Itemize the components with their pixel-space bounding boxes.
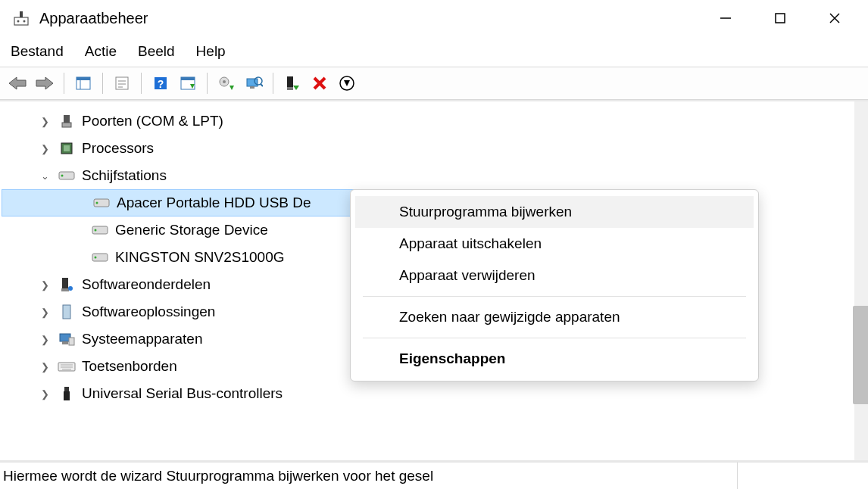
disable-device-button[interactable] bbox=[336, 72, 358, 95]
window-title: Apparaatbeheer bbox=[39, 10, 698, 27]
svg-point-43 bbox=[96, 202, 98, 204]
svg-point-47 bbox=[95, 257, 97, 259]
toolbar-separator bbox=[64, 73, 64, 94]
tree-node-apacer[interactable]: Apacer Portable HDD USB De bbox=[2, 189, 388, 216]
status-text: Hiermee wordt de wizard Stuurprogramma b… bbox=[3, 463, 738, 489]
close-button[interactable] bbox=[807, 0, 862, 36]
tree-label: Systeemapparaten bbox=[82, 331, 203, 347]
chevron-right-icon[interactable]: ❯ bbox=[38, 361, 52, 372]
vertical-scrollbar[interactable] bbox=[854, 101, 868, 460]
svg-text:?: ? bbox=[158, 78, 164, 90]
svg-rect-26 bbox=[250, 86, 254, 89]
toolbar-separator bbox=[102, 73, 103, 94]
disk-icon bbox=[92, 194, 111, 212]
svg-line-28 bbox=[261, 84, 263, 86]
svg-rect-0 bbox=[14, 17, 28, 25]
update-driver-button[interactable] bbox=[215, 72, 238, 95]
toolbar-separator bbox=[207, 73, 208, 94]
chevron-right-icon[interactable]: ❯ bbox=[38, 307, 52, 318]
svg-rect-13 bbox=[116, 77, 128, 89]
menu-file[interactable]: Bestand bbox=[11, 43, 64, 60]
tree-label: Apacer Portable HDD USB De bbox=[117, 195, 311, 211]
ctx-update-driver[interactable]: Stuurprogramma bijwerken bbox=[355, 196, 754, 228]
context-menu-separator bbox=[363, 338, 746, 338]
svg-rect-37 bbox=[62, 123, 71, 127]
uninstall-device-button[interactable] bbox=[308, 72, 331, 95]
processor-icon bbox=[58, 139, 76, 157]
tree-label: KINGSTON SNV2S1000G bbox=[115, 249, 285, 266]
back-button[interactable] bbox=[6, 72, 29, 95]
chevron-down-icon[interactable]: ⌄ bbox=[38, 170, 52, 182]
tree-label: Softwareoplossingen bbox=[82, 304, 215, 320]
svg-rect-49 bbox=[61, 288, 69, 291]
disk-icon bbox=[91, 221, 109, 239]
svg-point-2 bbox=[23, 20, 26, 23]
tree-label: Generic Storage Device bbox=[115, 222, 268, 238]
tree-label: Toetsenborden bbox=[82, 358, 177, 375]
chevron-right-icon[interactable]: ❯ bbox=[38, 334, 52, 345]
menu-view[interactable]: Beeld bbox=[138, 43, 175, 60]
port-icon bbox=[58, 112, 76, 130]
toolbar-separator bbox=[141, 73, 142, 94]
chevron-right-icon[interactable]: ❯ bbox=[38, 116, 52, 127]
menu-action[interactable]: Actie bbox=[85, 43, 117, 60]
tree-label: Processors bbox=[82, 140, 154, 157]
tree-node-disk-drives[interactable]: ⌄ Schijfstations bbox=[0, 162, 854, 189]
content-area: ❯ Poorten (COM & LPT) ❯ Processors ⌄ Sch… bbox=[0, 100, 868, 462]
tree-label: Universal Serial Bus-controllers bbox=[82, 385, 283, 402]
toolbar-separator bbox=[273, 73, 273, 94]
context-menu: Stuurprogramma bijwerken Apparaat uitsch… bbox=[350, 189, 759, 382]
chevron-right-icon[interactable]: ❯ bbox=[38, 143, 52, 154]
svg-rect-5 bbox=[776, 14, 785, 23]
svg-rect-39 bbox=[64, 145, 70, 151]
scrollbar-thumb[interactable] bbox=[853, 306, 868, 404]
svg-rect-48 bbox=[62, 278, 68, 288]
tree-node-ports[interactable]: ❯ Poorten (COM & LPT) bbox=[0, 107, 854, 135]
svg-rect-25 bbox=[247, 79, 258, 86]
software-solution-icon bbox=[58, 303, 76, 321]
statusbar: Hiermee wordt de wizard Stuurprogramma b… bbox=[0, 462, 868, 489]
svg-rect-3 bbox=[20, 11, 23, 17]
minimize-button[interactable] bbox=[698, 0, 753, 36]
ctx-scan-hardware[interactable]: Zoeken naar gewijzigde apparaten bbox=[355, 301, 754, 333]
tree-label: Schijfstations bbox=[82, 167, 167, 184]
svg-point-41 bbox=[61, 175, 64, 177]
properties-button[interactable] bbox=[111, 72, 133, 95]
system-device-icon bbox=[58, 330, 76, 348]
svg-marker-9 bbox=[36, 77, 53, 89]
enable-device-button[interactable] bbox=[281, 72, 304, 95]
context-menu-separator bbox=[363, 296, 746, 297]
svg-rect-11 bbox=[76, 77, 90, 80]
svg-rect-60 bbox=[64, 391, 70, 400]
svg-point-45 bbox=[95, 229, 97, 232]
scan-hardware-button[interactable] bbox=[242, 72, 265, 95]
maximize-button[interactable] bbox=[753, 0, 807, 36]
chevron-right-icon[interactable]: ❯ bbox=[38, 279, 52, 291]
help-button[interactable]: ? bbox=[149, 72, 172, 95]
svg-marker-31 bbox=[293, 86, 299, 90]
svg-marker-8 bbox=[9, 77, 26, 89]
ctx-disable-device[interactable]: Apparaat uitschakelen bbox=[355, 228, 754, 260]
titlebar: Apparaatbeheer bbox=[0, 0, 868, 36]
menubar: Bestand Actie Beeld Help bbox=[0, 36, 868, 67]
svg-marker-24 bbox=[229, 86, 234, 90]
tree-node-usb[interactable]: ❯ Universal Serial Bus-controllers bbox=[0, 380, 854, 407]
app-icon bbox=[12, 9, 30, 27]
tree-label: Softwareonderdelen bbox=[82, 276, 211, 293]
svg-point-1 bbox=[17, 20, 20, 23]
ctx-uninstall-device[interactable]: Apparaat verwijderen bbox=[355, 260, 754, 291]
tree-node-processors[interactable]: ❯ Processors bbox=[0, 135, 854, 162]
svg-rect-30 bbox=[287, 87, 293, 90]
svg-rect-20 bbox=[181, 77, 195, 80]
svg-rect-53 bbox=[62, 341, 68, 344]
chevron-right-icon[interactable]: ❯ bbox=[38, 388, 52, 400]
keyboard-icon bbox=[58, 357, 76, 375]
svg-rect-36 bbox=[64, 115, 70, 123]
ctx-properties[interactable]: Eigenschappen bbox=[355, 343, 754, 375]
svg-point-50 bbox=[68, 286, 73, 291]
menu-help[interactable]: Help bbox=[196, 43, 226, 60]
disk-icon bbox=[91, 248, 109, 266]
action-menu-button[interactable] bbox=[176, 72, 199, 95]
forward-button[interactable] bbox=[33, 72, 56, 95]
show-hide-tree-button[interactable] bbox=[72, 72, 95, 95]
